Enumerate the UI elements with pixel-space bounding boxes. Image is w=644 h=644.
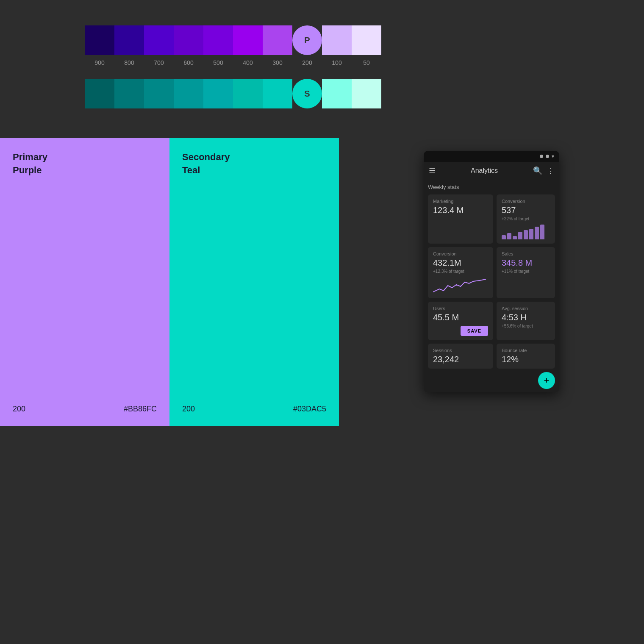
mini-bar-2 — [513, 236, 517, 239]
purple-label-500: 500 — [203, 59, 233, 66]
secondary-panel-shade: 200 — [182, 405, 195, 414]
mini-bar-4 — [524, 230, 528, 239]
mini-line-chart — [433, 277, 488, 294]
secondary-teal-panel: Secondary Teal 200 #03DAC5 — [169, 138, 339, 426]
sessions-value: 23,242 — [433, 355, 488, 364]
signal-icon: ▾ — [552, 153, 554, 159]
purple-label-100: 100 — [322, 59, 352, 66]
phone-mockup-section: ▾ ☰ Analytics 🔍 ⋮ Weekly stats Marketing… — [339, 138, 644, 426]
secondary-panel-title: Secondary Teal — [182, 151, 326, 177]
conversion-bar-label: Conversion — [502, 199, 550, 204]
sessions-label: Sessions — [433, 348, 488, 353]
purple-swatch-50 — [352, 25, 381, 55]
teal-swatch-300 — [263, 79, 292, 108]
conversion-line-label: Conversion — [433, 251, 488, 256]
purple-swatch-800 — [114, 25, 144, 55]
avg-session-value: 4:53 H — [502, 313, 550, 322]
conversion-line-card: Conversion 432.1M +12.3% of target — [428, 247, 493, 298]
primary-panel-hex: #BB86FC — [124, 405, 157, 414]
conversion-line-value: 432.1M — [433, 258, 488, 268]
mini-bar-5 — [529, 229, 533, 239]
sales-card: Sales 345.8 M +11% of target — [497, 247, 555, 298]
teal-swatch-500 — [203, 79, 233, 108]
sales-value: 345.8 M — [502, 258, 550, 268]
marketing-card: Marketing 123.4 M — [428, 194, 493, 244]
save-button[interactable]: SAVE — [461, 326, 488, 336]
weekly-stats-label: Weekly stats — [428, 184, 555, 190]
purple-palette-labels: 90080070060050040030020010050 — [85, 59, 644, 66]
palette-section: P 90080070060050040030020010050 S — [0, 0, 644, 125]
status-dot-1 — [540, 155, 543, 158]
purple-swatch-400 — [233, 25, 263, 55]
info-section: Primary Purple 200 #BB86FC Secondary Tea… — [0, 138, 644, 426]
phone-content: Weekly stats Marketing 123.4 M Conversio… — [424, 180, 559, 369]
purple-swatch-300 — [263, 25, 292, 55]
purple-swatch-700 — [144, 25, 174, 55]
teal-swatch-50 — [352, 79, 381, 108]
stats-grid: Marketing 123.4 M Conversion 537 +22% of… — [428, 194, 555, 369]
purple-label-200: 200 — [292, 59, 322, 66]
marketing-label: Marketing — [433, 199, 488, 204]
purple-palette-row: P — [85, 25, 644, 55]
purple-label-600: 600 — [174, 59, 203, 66]
teal-swatch-400 — [233, 79, 263, 108]
primary-panel-title: Primary Purple — [13, 151, 157, 177]
teal-swatch-900 — [85, 79, 114, 108]
teal-swatch-800 — [114, 79, 144, 108]
mini-bar-3 — [518, 232, 522, 239]
primary-panel-shade: 200 — [13, 405, 25, 414]
fab-row: + — [424, 369, 559, 392]
bounce-rate-label: Bounce rate — [502, 348, 550, 353]
phone-status-bar: ▾ — [424, 151, 559, 162]
save-row: SAVE — [433, 326, 488, 336]
status-dot-2 — [546, 155, 549, 158]
sessions-card: Sessions 23,242 — [428, 344, 493, 369]
users-card: Users 45.5 M SAVE — [428, 302, 493, 340]
mini-bar-1 — [507, 233, 511, 239]
purple-label-50: 50 — [352, 59, 381, 66]
teal-swatch-200-circle: S — [292, 79, 322, 108]
fab-button[interactable]: + — [538, 372, 555, 389]
purple-swatch-100 — [322, 25, 352, 55]
mini-bar-6 — [535, 227, 539, 239]
users-label: Users — [433, 306, 488, 311]
purple-label-700: 700 — [144, 59, 174, 66]
primary-panel-meta: 200 #BB86FC — [13, 405, 157, 414]
search-icon[interactable]: 🔍 — [533, 166, 542, 175]
purple-label-400: 400 — [233, 59, 263, 66]
conversion-bar-sub: +22% of target — [502, 217, 550, 221]
conversion-bar-card: Conversion 537 +22% of target — [497, 194, 555, 244]
purple-label-300: 300 — [263, 59, 292, 66]
secondary-panel-hex: #03DAC5 — [293, 405, 326, 414]
marketing-value: 123.4 M — [433, 205, 488, 215]
purple-swatch-900 — [85, 25, 114, 55]
purple-swatch-200-circle: P — [292, 25, 322, 55]
toolbar-title: Analytics — [440, 167, 529, 175]
mini-bar-7 — [540, 225, 544, 239]
primary-purple-panel: Primary Purple 200 #BB86FC — [0, 138, 169, 426]
avg-session-card: Avg. session 4:53 H +56.6% of target — [497, 302, 555, 340]
purple-swatch-600 — [174, 25, 203, 55]
users-value: 45.5 M — [433, 313, 488, 322]
menu-icon[interactable]: ☰ — [429, 166, 436, 175]
purple-label-900: 900 — [85, 59, 114, 66]
conversion-bar-value: 537 — [502, 205, 550, 215]
mini-bar-0 — [502, 235, 506, 239]
mini-bar-chart — [502, 225, 550, 239]
avg-session-label: Avg. session — [502, 306, 550, 311]
teal-swatch-600 — [174, 79, 203, 108]
bounce-rate-card: Bounce rate 12% — [497, 344, 555, 369]
purple-label-800: 800 — [114, 59, 144, 66]
sales-label: Sales — [502, 251, 550, 256]
phone-toolbar: ☰ Analytics 🔍 ⋮ — [424, 162, 559, 180]
bounce-rate-value: 12% — [502, 355, 550, 364]
avg-session-sub: +56.6% of target — [502, 324, 550, 328]
purple-swatch-500 — [203, 25, 233, 55]
secondary-panel-meta: 200 #03DAC5 — [182, 405, 326, 414]
conversion-line-sub: +12.3% of target — [433, 269, 488, 274]
teal-swatch-100 — [322, 79, 352, 108]
sales-sub: +11% of target — [502, 269, 550, 274]
more-icon[interactable]: ⋮ — [547, 166, 554, 175]
phone-mockup: ▾ ☰ Analytics 🔍 ⋮ Weekly stats Marketing… — [424, 151, 559, 392]
teal-palette-row: S — [85, 79, 644, 108]
